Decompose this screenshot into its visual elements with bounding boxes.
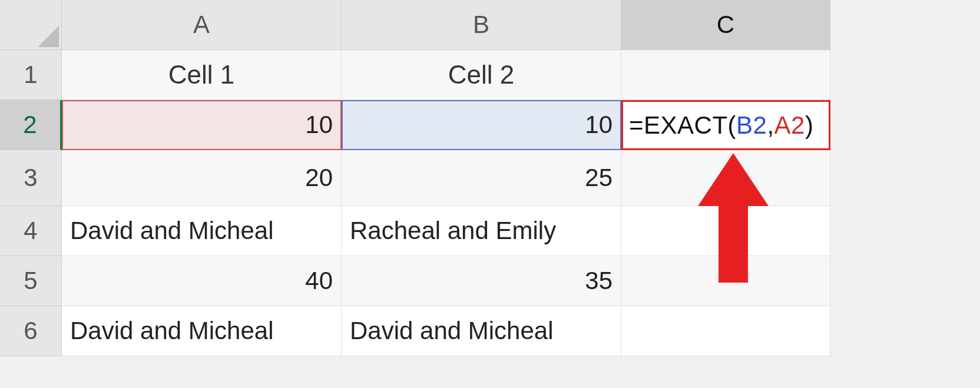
cell-b6[interactable]: David and Micheal bbox=[342, 306, 621, 356]
formula-text: =EXACT(B2,A2) bbox=[629, 111, 813, 140]
cell-b3[interactable]: 25 bbox=[342, 150, 621, 206]
cell-b2[interactable]: 10 bbox=[342, 100, 621, 150]
formula-sep: , bbox=[767, 111, 774, 139]
col-header-b[interactable]: B bbox=[342, 0, 621, 50]
row-header-2[interactable]: 2 bbox=[0, 100, 62, 150]
spreadsheet-grid: A B C 1 Cell 1 Cell 2 2 10 10 =EXACT(B2,… bbox=[0, 0, 980, 356]
row-header-3[interactable]: 3 bbox=[0, 150, 62, 206]
svg-marker-0 bbox=[38, 26, 59, 47]
row-header-1[interactable]: 1 bbox=[0, 50, 62, 100]
col-header-c[interactable]: C bbox=[621, 0, 830, 50]
cell-a1[interactable]: Cell 1 bbox=[62, 50, 342, 100]
row-header-6[interactable]: 6 bbox=[0, 306, 62, 356]
cell-c2[interactable]: =EXACT(B2,A2) bbox=[621, 100, 830, 150]
cell-a6[interactable]: David and Micheal bbox=[62, 306, 342, 356]
formula-ref-a2: A2 bbox=[774, 111, 805, 139]
cell-a2[interactable]: 10 bbox=[62, 100, 342, 150]
formula-prefix: =EXACT( bbox=[629, 111, 736, 139]
row-header-5[interactable]: 5 bbox=[0, 256, 62, 306]
cell-b1[interactable]: Cell 2 bbox=[342, 50, 621, 100]
cell-b4[interactable]: Racheal and Emily bbox=[342, 206, 621, 256]
formula-ref-b2: B2 bbox=[736, 111, 767, 139]
cell-b5[interactable]: 35 bbox=[342, 256, 621, 306]
col-header-a[interactable]: A bbox=[62, 0, 342, 50]
row-header-4[interactable]: 4 bbox=[0, 206, 62, 256]
select-all-triangle-icon bbox=[38, 26, 59, 47]
cell-a5[interactable]: 40 bbox=[62, 256, 342, 306]
cell-c6[interactable] bbox=[621, 306, 830, 356]
cell-a3[interactable]: 20 bbox=[62, 150, 342, 206]
formula-suffix: ) bbox=[805, 111, 814, 139]
svg-marker-1 bbox=[698, 153, 769, 283]
select-all-corner[interactable] bbox=[0, 0, 62, 50]
cell-c1[interactable] bbox=[621, 50, 830, 100]
cell-a4[interactable]: David and Micheal bbox=[62, 206, 342, 256]
red-arrow-up-icon bbox=[698, 153, 769, 283]
